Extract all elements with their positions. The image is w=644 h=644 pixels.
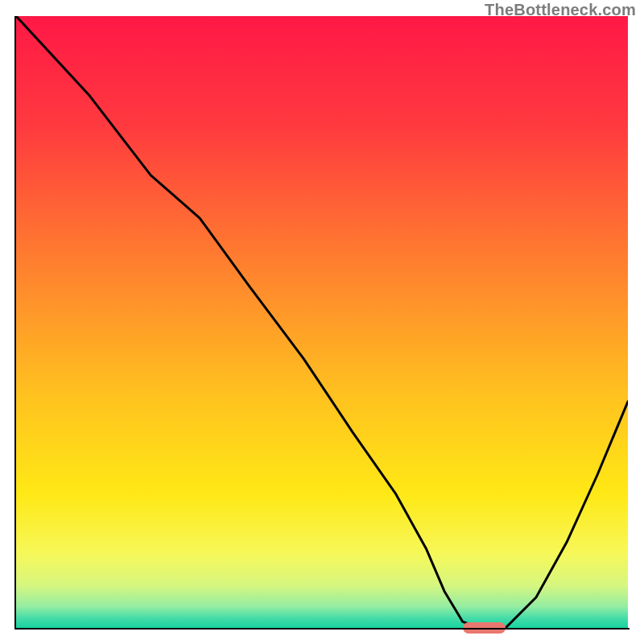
- y-axis: [14, 16, 16, 630]
- bottleneck-curve: [16, 16, 628, 628]
- x-axis: [14, 628, 630, 630]
- watermark-text: TheBottleneck.com: [485, 1, 636, 19]
- chart-area: [16, 16, 628, 628]
